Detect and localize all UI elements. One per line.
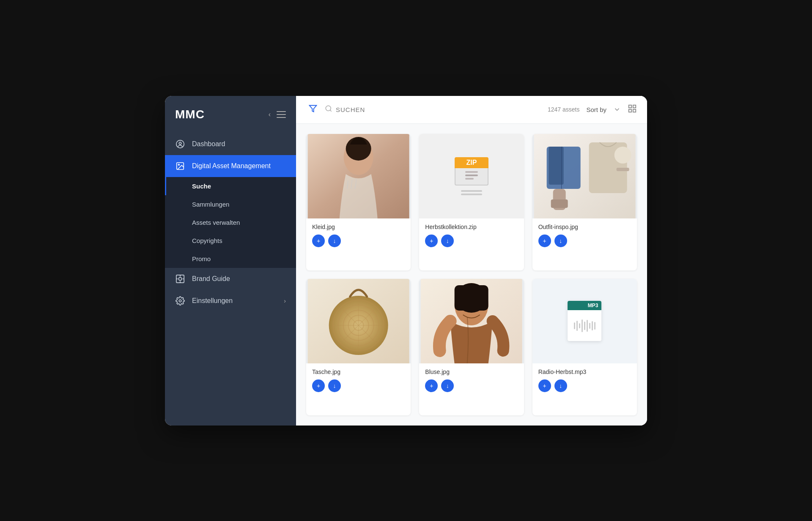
hamburger-menu[interactable] <box>277 111 286 118</box>
download-button-radio-herbst[interactable]: ↓ <box>554 379 567 392</box>
asset-name-herbstkollektion: Herbstkollektion.zip <box>425 224 518 230</box>
asset-info-herbstkollektion: Herbstkollektion.zip + ↓ <box>419 218 524 252</box>
svg-rect-24 <box>616 168 629 171</box>
sidebar-item-dashboard-label: Dashboard <box>192 140 225 148</box>
asset-card-radio-herbst: MP3 <box>532 279 637 415</box>
download-button-bluse[interactable]: ↓ <box>441 379 454 392</box>
asset-card-herbstkollektion: ZIP <box>419 134 524 270</box>
sidebar-item-einstellungen-label: Einstellungen <box>192 297 233 305</box>
add-button-outfit-inspo[interactable]: + <box>538 235 551 247</box>
main-content: 1247 assets Sort by <box>296 96 647 426</box>
collapse-icon[interactable]: ‹ <box>269 111 271 118</box>
sidebar-item-suche[interactable]: Suche <box>165 177 296 195</box>
svg-point-6 <box>179 300 181 302</box>
thumbnail-outfit-inspo <box>532 134 637 218</box>
sidebar: MMC ‹ Dashboard <box>165 96 296 426</box>
asset-actions-outfit-inspo: + ↓ <box>538 235 631 247</box>
svg-rect-10 <box>633 105 636 107</box>
asset-info-radio-herbst: Radio-Herbst.mp3 + ↓ <box>532 363 637 397</box>
asset-name-tasche: Tasche.jpg <box>312 368 405 375</box>
sidebar-item-assets-verwalten[interactable]: Assets verwalten <box>165 213 296 232</box>
waveform <box>574 319 595 332</box>
einstellungen-arrow-icon: › <box>284 297 286 304</box>
add-button-herbstkollektion[interactable]: + <box>425 235 438 247</box>
download-button-kleid[interactable]: ↓ <box>328 235 341 247</box>
sidebar-item-brand-guide[interactable]: Brand Guide <box>165 268 296 290</box>
asset-grid: Kleid.jpg + ↓ ZIP <box>296 124 647 426</box>
thumbnail-herbstkollektion: ZIP <box>419 134 524 218</box>
sidebar-item-brand-guide-label: Brand Guide <box>192 275 230 283</box>
sort-label: Sort by <box>586 106 606 113</box>
svg-point-1 <box>179 142 181 145</box>
asset-actions-bluse: + ↓ <box>425 379 518 392</box>
sidebar-header: MMC ‹ <box>165 96 296 130</box>
toolbar: 1247 assets Sort by <box>296 96 647 124</box>
svg-point-39 <box>455 283 488 313</box>
asset-card-outfit-inspo: Outfit-inspo.jpg + ↓ <box>532 134 637 270</box>
sidebar-item-dam[interactable]: Digital Asset Management <box>165 155 296 177</box>
search-input[interactable] <box>336 106 543 113</box>
sidebar-item-sammlungen[interactable]: Sammlungen <box>165 195 296 213</box>
sidebar-item-promo[interactable]: Promo <box>165 250 296 268</box>
mp3-file-icon: MP3 <box>532 279 637 363</box>
asset-name-radio-herbst: Radio-Herbst.mp3 <box>538 368 631 375</box>
add-button-bluse[interactable]: + <box>425 379 438 392</box>
sidebar-item-dashboard[interactable]: Dashboard <box>165 133 296 155</box>
assets-verwalten-label: Assets verwalten <box>192 219 240 226</box>
filter-button[interactable] <box>306 102 320 117</box>
asset-info-tasche: Tasche.jpg + ↓ <box>306 363 411 397</box>
asset-info-bluse: Bluse.jpg + ↓ <box>419 363 524 397</box>
sort-dropdown[interactable] <box>613 106 621 113</box>
asset-actions-kleid: + ↓ <box>312 235 405 247</box>
asset-actions-tasche: + ↓ <box>312 379 405 392</box>
suche-label: Suche <box>192 183 211 190</box>
toolbar-right: 1247 assets Sort by <box>548 104 637 115</box>
thumbnail-bluse <box>419 279 524 363</box>
mp3-label-text: MP3 <box>568 301 601 310</box>
browser-window: MMC ‹ Dashboard <box>165 96 647 426</box>
app-logo: MMC <box>175 108 205 121</box>
asset-card-bluse: Bluse.jpg + ↓ <box>419 279 524 415</box>
copyrights-label: Copyrights <box>192 237 222 244</box>
search-container <box>325 105 543 115</box>
asset-actions-radio-herbst: + ↓ <box>538 379 631 392</box>
svg-point-23 <box>614 147 631 164</box>
svg-rect-12 <box>633 109 636 112</box>
grid-view-icon[interactable] <box>628 104 637 115</box>
promo-label: Promo <box>192 255 211 262</box>
zip-file-icon: ZIP <box>419 134 524 218</box>
add-button-kleid[interactable]: + <box>312 235 325 247</box>
svg-point-0 <box>176 140 184 147</box>
sidebar-item-copyrights[interactable]: Copyrights <box>165 232 296 250</box>
svg-point-8 <box>326 106 331 111</box>
add-button-tasche[interactable]: + <box>312 379 325 392</box>
svg-rect-11 <box>629 109 631 112</box>
sammlungen-label: Sammlungen <box>192 201 229 208</box>
download-button-tasche[interactable]: ↓ <box>328 379 341 392</box>
asset-info-outfit-inspo: Outfit-inspo.jpg + ↓ <box>532 218 637 252</box>
thumbnail-tasche <box>306 279 411 363</box>
assets-count: 1247 assets <box>548 106 580 113</box>
download-button-herbstkollektion[interactable]: ↓ <box>441 235 454 247</box>
sidebar-item-dam-label: Digital Asset Management <box>192 162 271 170</box>
dam-icon <box>175 161 185 171</box>
svg-rect-9 <box>629 105 631 107</box>
brand-guide-icon <box>175 274 185 284</box>
asset-name-outfit-inspo: Outfit-inspo.jpg <box>538 224 631 230</box>
search-icon <box>325 105 332 115</box>
zip-label-text: ZIP <box>455 157 488 168</box>
asset-name-bluse: Bluse.jpg <box>425 368 518 375</box>
asset-card-kleid: Kleid.jpg + ↓ <box>306 134 411 270</box>
thumbnail-radio-herbst: MP3 <box>532 279 637 363</box>
svg-rect-22 <box>551 199 568 208</box>
asset-card-tasche: Tasche.jpg + ↓ <box>306 279 411 415</box>
sidebar-item-einstellungen[interactable]: Einstellungen › <box>165 290 296 312</box>
download-button-outfit-inspo[interactable]: ↓ <box>554 235 567 247</box>
asset-actions-herbstkollektion: + ↓ <box>425 235 518 247</box>
sub-nav: Suche Sammlungen Assets verwalten Copyri… <box>165 177 296 268</box>
add-button-radio-herbst[interactable]: + <box>538 379 551 392</box>
asset-info-kleid: Kleid.jpg + ↓ <box>306 218 411 252</box>
settings-icon <box>175 296 185 306</box>
thumbnail-kleid <box>306 134 411 218</box>
dashboard-icon <box>175 139 185 149</box>
